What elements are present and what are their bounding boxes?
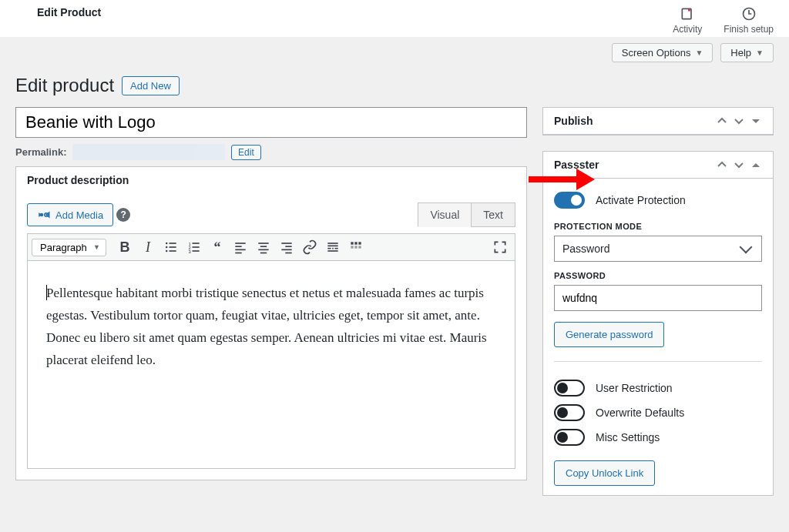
svg-rect-20 — [235, 253, 241, 254]
top-right-area: Activity Finish setup — [673, 6, 774, 35]
finish-setup-icon — [741, 6, 757, 22]
svg-rect-27 — [281, 249, 291, 251]
italic-button[interactable]: I — [137, 236, 159, 258]
copy-unlock-link-button[interactable]: Copy Unlock Link — [554, 460, 655, 486]
svg-point-1 — [688, 8, 690, 11]
product-title-input[interactable] — [15, 107, 527, 138]
add-media-button[interactable]: Add Media — [27, 203, 113, 226]
red-arrow-annotation — [529, 169, 598, 192]
align-center-icon — [256, 239, 271, 255]
editor-formatting-toolbar: Paragraph B I 123 “ — [27, 233, 515, 261]
svg-point-5 — [166, 243, 168, 245]
numbered-list-button[interactable]: 123 — [183, 236, 205, 258]
toggle-icon[interactable] — [750, 115, 762, 127]
quote-button[interactable]: “ — [206, 236, 228, 258]
overwrite-defaults-toggle[interactable] — [554, 404, 585, 421]
editor-content-area[interactable]: Pellentesque habitant morbi tristique se… — [27, 261, 515, 469]
toggle-icon[interactable] — [750, 159, 762, 171]
svg-rect-32 — [332, 248, 334, 249]
user-restriction-toggle[interactable] — [554, 380, 585, 396]
caret-down-icon: ▼ — [695, 49, 703, 57]
fullscreen-button[interactable] — [489, 236, 511, 258]
activity-item[interactable]: Activity — [673, 6, 702, 35]
bold-button[interactable]: B — [114, 236, 136, 258]
passster-body: Activate Protection PROTECTION MODE Pass… — [543, 179, 773, 495]
svg-rect-10 — [170, 250, 176, 252]
link-icon — [302, 239, 317, 255]
svg-rect-19 — [235, 249, 245, 251]
fullscreen-icon — [492, 239, 508, 255]
move-up-icon[interactable] — [716, 159, 728, 171]
insert-more-button[interactable] — [322, 236, 344, 258]
passster-box: Passster Activate Protection PROTECTION … — [542, 151, 774, 496]
overwrite-defaults-row: Overwrite Defaults — [554, 400, 762, 425]
bullet-list-button[interactable] — [160, 236, 182, 258]
help-icon[interactable]: ? — [116, 208, 130, 222]
svg-rect-8 — [170, 246, 176, 248]
svg-point-7 — [166, 246, 168, 249]
svg-rect-29 — [327, 243, 337, 244]
product-description-header: Product description — [16, 167, 526, 193]
divider — [554, 361, 762, 362]
screen-options-tab[interactable]: Screen Options ▼ — [612, 43, 713, 62]
move-down-icon[interactable] — [733, 159, 745, 171]
permalink-edit-button[interactable]: Edit — [231, 145, 261, 160]
svg-rect-35 — [351, 242, 353, 244]
misc-settings-toggle[interactable] — [554, 429, 585, 446]
svg-rect-25 — [281, 243, 291, 244]
activate-protection-toggle[interactable] — [554, 192, 585, 209]
page-title: Edit product — [15, 75, 114, 96]
link-button[interactable] — [299, 236, 321, 258]
svg-rect-22 — [260, 246, 267, 247]
svg-rect-18 — [235, 246, 241, 247]
activity-icon — [680, 6, 695, 22]
svg-rect-34 — [327, 250, 337, 252]
align-left-icon — [233, 239, 248, 255]
align-center-button[interactable] — [253, 236, 274, 258]
svg-rect-28 — [285, 253, 291, 254]
publish-box: Publish — [542, 107, 774, 136]
publish-header: Publish — [543, 108, 773, 135]
move-up-icon[interactable] — [716, 115, 728, 127]
protection-mode-select[interactable]: Password — [554, 236, 762, 262]
svg-rect-36 — [354, 242, 357, 244]
password-input[interactable] — [554, 285, 762, 311]
toolbar-toggle-button[interactable] — [345, 236, 367, 258]
user-restriction-label: User Restriction — [596, 382, 673, 394]
add-new-button[interactable]: Add New — [122, 76, 180, 95]
svg-rect-14 — [193, 246, 200, 248]
svg-rect-38 — [351, 246, 353, 248]
svg-rect-40 — [358, 246, 361, 248]
product-description-title: Product description — [27, 174, 129, 186]
caret-down-icon: ▼ — [756, 49, 764, 57]
paragraph-select[interactable]: Paragraph — [32, 239, 106, 256]
svg-rect-37 — [358, 242, 361, 244]
svg-point-9 — [166, 250, 168, 253]
editor-tab-visual[interactable]: Visual — [418, 202, 471, 227]
svg-rect-26 — [285, 246, 291, 247]
password-label: PASSWORD — [554, 271, 762, 280]
activity-label: Activity — [673, 24, 702, 35]
bullet-list-icon — [163, 239, 179, 255]
svg-text:3: 3 — [189, 249, 191, 254]
misc-settings-label: Misc Settings — [596, 431, 660, 443]
finish-setup-label: Finish setup — [724, 24, 774, 35]
top-bar: Edit Product Activity Finish setup — [0, 0, 789, 37]
svg-rect-12 — [193, 243, 200, 244]
generate-password-button[interactable]: Generate password — [554, 322, 664, 347]
align-right-button[interactable] — [276, 236, 297, 258]
permalink-row: Permalink: . Edit — [15, 138, 527, 166]
move-down-icon[interactable] — [733, 115, 745, 127]
help-tab[interactable]: Help ▼ — [720, 43, 774, 62]
align-left-button[interactable] — [230, 236, 251, 258]
protection-mode-label: PROTECTION MODE — [554, 222, 762, 231]
editor-tab-text[interactable]: Text — [471, 202, 515, 227]
svg-rect-16 — [193, 250, 200, 252]
user-restriction-row: User Restriction — [554, 376, 762, 400]
main-column: Permalink: . Edit Product description — [15, 107, 527, 496]
editor-toolbar-row1: Add Media ? Visual Text — [16, 193, 526, 233]
numbered-list-icon: 123 — [186, 239, 202, 255]
overwrite-defaults-label: Overwrite Defaults — [596, 407, 684, 419]
finish-setup-item[interactable]: Finish setup — [724, 6, 774, 35]
svg-rect-33 — [335, 248, 338, 249]
